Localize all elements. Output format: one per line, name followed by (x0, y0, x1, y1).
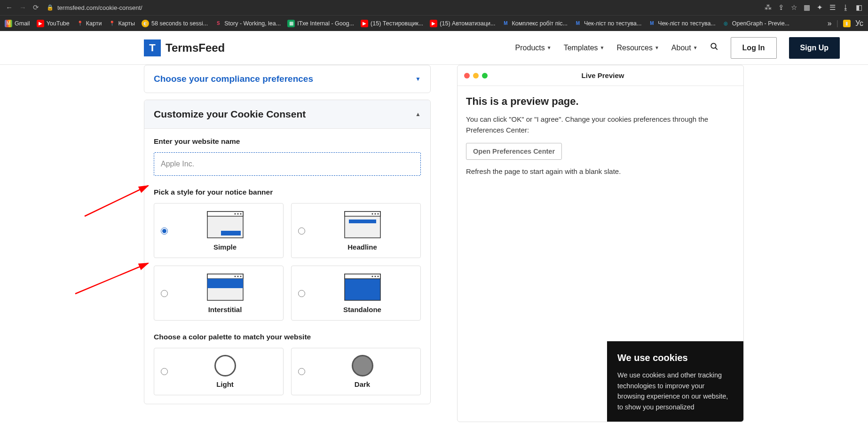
svg-point-16 (234, 276, 236, 277)
downloads-icon[interactable]: ⭳ (842, 3, 849, 12)
back-icon[interactable]: ← (6, 3, 13, 12)
bookmark-item[interactable]: ▦ІТхе Internal - Goog... (287, 20, 354, 27)
color-label: Choose a color palette to match your web… (154, 333, 421, 341)
preview-header: Live Preview (458, 65, 743, 86)
style-thumb-interstitial (207, 274, 244, 301)
bookmark-item[interactable]: 📍Карты (108, 20, 135, 27)
svg-rect-13 (349, 220, 376, 223)
color-radio-dark[interactable] (298, 368, 305, 375)
style-option-standalone[interactable]: Standalone (291, 266, 421, 321)
style-option-interstitial[interactable]: Interstitial (154, 266, 284, 321)
color-grid: Light Dark (154, 348, 421, 395)
website-name-input[interactable] (154, 152, 421, 176)
panel-icon[interactable]: ◧ (856, 3, 862, 12)
svg-rect-7 (221, 231, 241, 235)
signup-button[interactable]: Sign Up (789, 37, 840, 59)
color-swatch-dark (352, 355, 373, 376)
logo[interactable]: T TermsFeed (144, 39, 225, 56)
style-label-interstitial: Interstitial (208, 306, 242, 314)
compliance-title: Choose your compliance preferences (154, 74, 313, 84)
chevron-down-icon: ▼ (547, 45, 552, 50)
login-button[interactable]: Log In (731, 37, 777, 59)
star-icon[interactable]: ☆ (791, 3, 797, 12)
style-label: Pick a style for your notice banner (154, 188, 421, 196)
forward-icon[interactable]: → (19, 3, 26, 12)
nav-templates[interactable]: Templates▼ (564, 44, 605, 52)
color-radio-light[interactable] (161, 368, 168, 375)
style-label-simple: Simple (213, 243, 237, 251)
compliance-panel: Choose your compliance preferences ▼ (144, 65, 431, 93)
share-icon[interactable]: ⇪ (778, 3, 784, 12)
address-bar[interactable]: 🔒 termsfeed.com/cookie-consent/ (47, 4, 142, 11)
chevron-up-icon: ▲ (415, 111, 421, 118)
compliance-panel-header[interactable]: Choose your compliance preferences ▼ (144, 65, 430, 93)
nav-products[interactable]: Products▼ (515, 44, 552, 52)
style-label-headline: Headline (347, 243, 377, 251)
style-thumb-simple (207, 211, 244, 238)
svg-point-10 (371, 213, 373, 215)
bookmark-item[interactable]: 📍Карти (76, 20, 102, 27)
svg-point-4 (234, 213, 236, 215)
reload-icon[interactable]: ⟳ (33, 3, 39, 12)
color-option-dark[interactable]: Dark (291, 348, 421, 395)
color-label-dark: Dark (355, 380, 370, 388)
style-thumb-standalone (344, 274, 381, 301)
cookie-banner: We use cookies We use cookies and other … (607, 341, 743, 422)
style-option-simple[interactable]: Simple (154, 203, 284, 258)
customize-panel-body: Enter your website name Pick a style for… (144, 129, 430, 404)
reading-list-icon[interactable]: ☰ (829, 3, 836, 12)
style-radio-simple[interactable] (161, 227, 168, 235)
style-radio-headline[interactable] (298, 227, 305, 235)
preview-refresh-text: Refresh the page to start again with a b… (466, 167, 735, 175)
nav-about[interactable]: About▼ (671, 44, 698, 52)
style-radio-interstitial[interactable] (161, 290, 168, 297)
bookmark-item[interactable]: MGmail (5, 20, 30, 27)
bookmark-item[interactable]: SStory - Working, lea... (214, 20, 281, 27)
bookmark-item[interactable]: MКомплекс робіт піс... (502, 20, 568, 27)
svg-line-1 (715, 47, 718, 50)
browser-right-icons: ⁂ ⇪ ☆ ▦ ✦ ☰ ⭳ ◧ (765, 3, 862, 12)
preview-heading: This is a preview page. (466, 95, 735, 108)
main-nav: Products▼ Templates▼ Resources▼ About▼ L… (515, 37, 840, 59)
color-label-light: Light (216, 380, 234, 388)
bookmark-item[interactable]: MЧек-ліст по тестува... (648, 20, 715, 27)
bookmarks-overflow[interactable]: » (828, 19, 832, 28)
svg-point-6 (240, 213, 241, 215)
svg-point-0 (711, 43, 716, 48)
logo-text: TermsFeed (166, 41, 225, 55)
bookmarks-tail[interactable]: Ус (855, 19, 863, 28)
search-icon[interactable] (710, 42, 718, 53)
chevron-down-icon: ▼ (600, 45, 605, 50)
config-column: Choose your compliance preferences ▼ Cus… (144, 65, 431, 422)
color-option-light[interactable]: Light (154, 348, 284, 395)
svg-rect-19 (207, 279, 243, 288)
style-thumb-headline (344, 211, 381, 238)
translate-icon[interactable]: ⁂ (765, 3, 772, 12)
browser-toolbar: ← → ⟳ 🔒 termsfeed.com/cookie-consent/ ⁂ … (0, 0, 868, 15)
nav-resources[interactable]: Resources▼ (616, 44, 659, 52)
bookmark-folder-icon[interactable]: ▮ (843, 20, 851, 27)
bookmark-item[interactable]: ▶(15) Тестировщик... (361, 20, 423, 27)
color-swatch-light (214, 355, 236, 376)
style-label-standalone: Standalone (343, 306, 381, 314)
bookmark-item[interactable]: MЧек-ліст по тестува... (574, 20, 641, 27)
svg-point-17 (237, 276, 238, 277)
lock-icon: 🔒 (47, 4, 54, 11)
open-preferences-button[interactable]: Open Preferences Center (466, 143, 562, 160)
website-name-label: Enter your website name (154, 137, 421, 146)
chevron-down-icon: ▼ (655, 45, 659, 50)
svg-point-5 (237, 213, 238, 215)
extensions-icon[interactable]: ✦ (817, 3, 823, 12)
bookmark-item[interactable]: ▶YouTube (37, 20, 70, 27)
customize-panel-header[interactable]: Customize your Cookie Consent ▲ (144, 100, 430, 129)
svg-point-23 (374, 276, 376, 277)
bookmark-item[interactable]: ◐58 seconds to sessi... (142, 20, 208, 27)
svg-point-12 (377, 213, 379, 215)
style-option-headline[interactable]: Headline (291, 203, 421, 258)
preview-text: You can click "OK" or "I agree". Change … (466, 114, 735, 135)
bookmark-item[interactable]: ▶(15) Автоматизаци... (430, 20, 495, 27)
account-icon[interactable]: ▦ (804, 3, 810, 12)
style-radio-standalone[interactable] (298, 290, 305, 297)
style-grid: Simple Headline Inte (154, 203, 421, 321)
bookmark-item[interactable]: ◎OpenGraph - Previe... (722, 20, 789, 27)
